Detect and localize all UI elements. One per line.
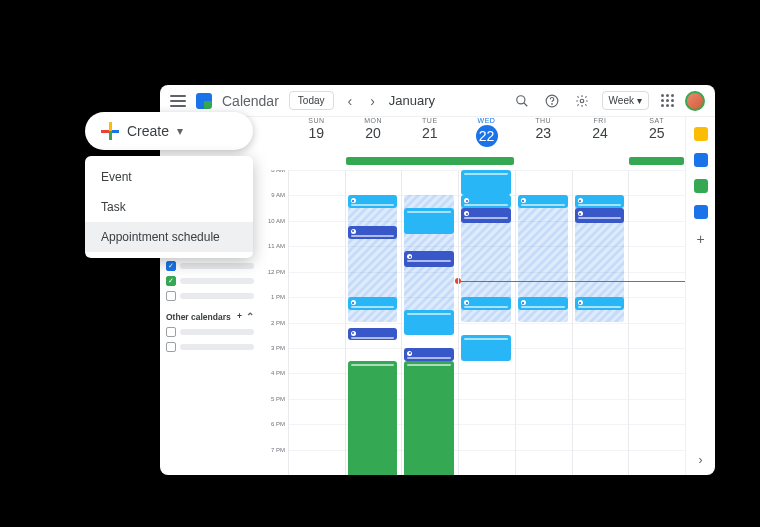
collapse-panel-icon[interactable]: › xyxy=(699,453,703,467)
add-addon-icon[interactable]: + xyxy=(696,231,704,247)
calendar-event[interactable] xyxy=(518,195,568,208)
checkbox-icon[interactable] xyxy=(166,291,176,301)
allday-slot[interactable] xyxy=(401,157,458,167)
calendar-event[interactable] xyxy=(461,208,511,223)
calendar-grid: SUN19MON20TUE21WED22THU23FRI24SAT25 8 AM… xyxy=(260,117,685,475)
calendar-event[interactable] xyxy=(575,195,625,208)
calendar-event[interactable] xyxy=(404,361,454,475)
calendar-row[interactable] xyxy=(166,291,254,301)
calendar-event[interactable] xyxy=(575,297,625,310)
allday-slot[interactable] xyxy=(572,157,629,167)
chevron-down-icon: ▾ xyxy=(177,124,183,138)
search-icon[interactable] xyxy=(512,91,532,111)
time-label: 4 PM xyxy=(260,370,288,395)
day-number: 21 xyxy=(401,125,458,141)
calendar-event[interactable] xyxy=(518,297,568,310)
day-number: 25 xyxy=(628,125,685,141)
day-header-cell[interactable]: SUN19 xyxy=(288,117,345,157)
contacts-icon[interactable] xyxy=(694,205,708,219)
calendar-event[interactable] xyxy=(575,208,625,223)
checkbox-icon[interactable] xyxy=(166,342,176,352)
calendar-row[interactable]: ✓ xyxy=(166,276,254,286)
calendar-event[interactable] xyxy=(461,297,511,310)
next-week-button[interactable]: › xyxy=(366,93,379,109)
settings-icon[interactable] xyxy=(572,91,592,111)
app-title: Calendar xyxy=(222,93,279,109)
event-dot-icon xyxy=(464,198,469,203)
apps-grid-icon[interactable] xyxy=(659,93,675,109)
calendar-event[interactable] xyxy=(348,195,398,208)
allday-slot[interactable] xyxy=(628,157,685,167)
day-header-row: SUN19MON20TUE21WED22THU23FRI24SAT25 xyxy=(260,117,685,157)
calendar-row[interactable]: ✓ xyxy=(166,261,254,271)
day-header-cell[interactable]: WED22 xyxy=(458,117,515,157)
calendar-event[interactable] xyxy=(461,170,511,195)
allday-event[interactable] xyxy=(629,157,684,165)
day-header-cell[interactable]: FRI24 xyxy=(572,117,629,157)
day-number: 20 xyxy=(345,125,402,141)
create-menu-item[interactable]: Event xyxy=(85,162,253,192)
calendar-event[interactable] xyxy=(404,348,454,361)
calendar-event[interactable] xyxy=(348,226,398,239)
other-calendars-header[interactable]: Other calendars +⌃ xyxy=(166,311,254,322)
create-menu-item[interactable]: Appointment schedule xyxy=(85,222,253,252)
day-header-cell[interactable]: TUE21 xyxy=(401,117,458,157)
event-dot-icon xyxy=(578,198,583,203)
day-column[interactable] xyxy=(515,170,572,475)
day-columns xyxy=(288,170,685,475)
calendar-event[interactable] xyxy=(404,208,454,233)
checkbox-icon[interactable]: ✓ xyxy=(166,276,176,286)
prev-week-button[interactable]: ‹ xyxy=(344,93,357,109)
allday-slot[interactable] xyxy=(345,157,402,167)
create-menu-item[interactable]: Task xyxy=(85,192,253,222)
tasks-icon[interactable] xyxy=(694,153,708,167)
menu-icon[interactable] xyxy=(170,95,186,107)
calendar-event[interactable] xyxy=(348,361,398,475)
keep-icon[interactable] xyxy=(694,127,708,141)
calendar-event[interactable] xyxy=(404,310,454,335)
day-column[interactable] xyxy=(345,170,402,475)
time-label: 2 PM xyxy=(260,320,288,345)
avatar[interactable] xyxy=(685,91,705,111)
svg-point-4 xyxy=(580,99,584,103)
time-label: 1 PM xyxy=(260,294,288,319)
time-label: 7 PM xyxy=(260,447,288,472)
create-button[interactable]: Create ▾ xyxy=(85,112,253,150)
plus-icon[interactable]: + xyxy=(237,311,242,322)
create-popup: Create ▾ EventTaskAppointment schedule xyxy=(85,112,253,258)
allday-slot[interactable] xyxy=(288,157,345,167)
day-of-week-label: THU xyxy=(515,117,572,124)
chevron-down-icon: ▾ xyxy=(637,95,642,106)
today-button[interactable]: Today xyxy=(289,91,334,110)
day-header-cell[interactable]: SAT25 xyxy=(628,117,685,157)
day-column[interactable] xyxy=(572,170,629,475)
side-panel: +› xyxy=(685,117,715,475)
day-of-week-label: SUN xyxy=(288,117,345,124)
allday-slot[interactable] xyxy=(458,157,515,167)
event-dot-icon xyxy=(407,351,412,356)
calendar-event[interactable] xyxy=(461,335,511,360)
allday-slot[interactable] xyxy=(515,157,572,167)
day-column[interactable] xyxy=(458,170,515,475)
checkbox-icon[interactable] xyxy=(166,327,176,337)
svg-point-0 xyxy=(516,95,524,103)
calendar-event[interactable] xyxy=(348,328,398,341)
help-icon[interactable] xyxy=(542,91,562,111)
create-label: Create xyxy=(127,123,169,139)
day-of-week-label: TUE xyxy=(401,117,458,124)
event-dot-icon xyxy=(578,211,583,216)
day-column[interactable] xyxy=(288,170,345,475)
checkbox-icon[interactable]: ✓ xyxy=(166,261,176,271)
calendar-row[interactable] xyxy=(166,327,254,337)
time-label: 6 PM xyxy=(260,421,288,446)
calendar-event[interactable] xyxy=(348,297,398,310)
day-header-cell[interactable]: MON20 xyxy=(345,117,402,157)
day-column[interactable] xyxy=(401,170,458,475)
day-header-cell[interactable]: THU23 xyxy=(515,117,572,157)
calendar-event[interactable] xyxy=(461,195,511,208)
calendar-row[interactable] xyxy=(166,342,254,352)
view-selector[interactable]: Week▾ xyxy=(602,91,649,110)
maps-icon[interactable] xyxy=(694,179,708,193)
day-column[interactable] xyxy=(628,170,685,475)
calendar-event[interactable] xyxy=(404,251,454,266)
